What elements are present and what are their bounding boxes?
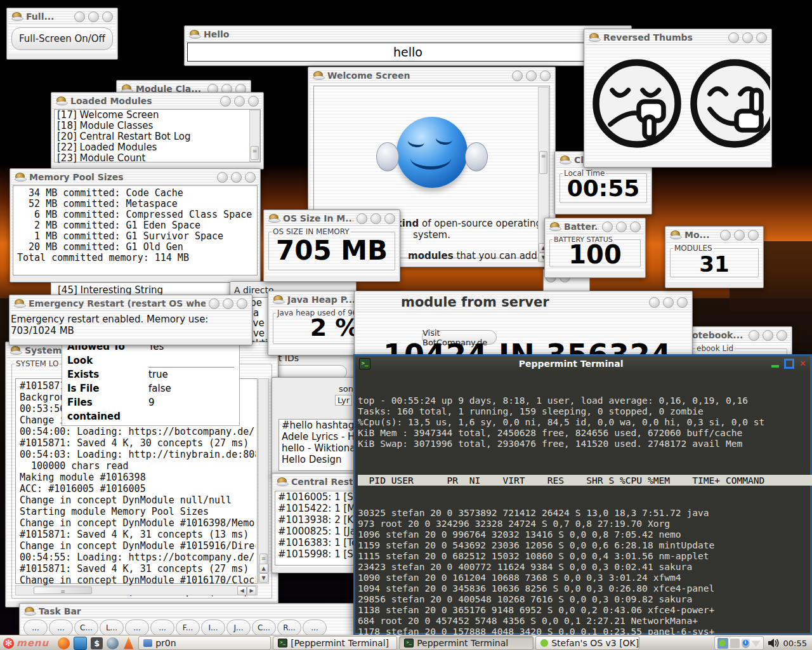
scrollbar-thumb[interactable] <box>34 587 92 594</box>
full-screen-toggle-button[interactable]: Full-Screen On/Off <box>11 27 113 50</box>
titlebar[interactable]: otebook... <box>689 328 790 343</box>
menu-label[interactable]: menu <box>16 637 49 649</box>
window-circle-button[interactable] <box>728 32 739 43</box>
window-circle-button[interactable] <box>237 298 247 309</box>
web-launcher-icon[interactable] <box>107 637 119 649</box>
terminal-launcher-icon[interactable]: $ <box>91 637 103 649</box>
task-bar-window-button[interactable]: C... <box>74 620 98 636</box>
central-restart-item[interactable]: #1000825: 1 [Jav <box>275 526 355 537</box>
window-circle-button[interactable] <box>663 297 674 308</box>
window-circle-button[interactable] <box>616 222 627 232</box>
menu-icon[interactable]: ✻ <box>3 638 14 649</box>
loaded-module-item[interactable]: [22] Loaded Modules <box>55 142 260 153</box>
task-button-terminal-minimized[interactable]: >_ [Peppermint Terminal] <box>273 636 397 650</box>
window-circle-button[interactable] <box>248 96 259 107</box>
task-button-terminal-active[interactable]: >_ Peppermint Terminal <box>399 636 534 650</box>
search-result-item[interactable]: Adele Lyrics - He <box>279 431 357 442</box>
window-circle-button[interactable] <box>720 230 731 241</box>
taskbar-clock[interactable]: 00:55 <box>783 639 807 648</box>
window-circle-button[interactable] <box>602 222 613 232</box>
window-circle-button[interactable] <box>677 297 688 308</box>
window-circle-button[interactable] <box>748 230 759 241</box>
titlebar[interactable]: Memory Pool Sizes <box>11 170 259 185</box>
window-circle-button[interactable] <box>220 96 231 107</box>
central-restart-item[interactable]: #1015422: 1 [Mov <box>275 503 355 514</box>
task-bar-window-button[interactable]: ... <box>303 620 327 636</box>
loaded-module-item[interactable]: [23] Module Count <box>55 153 260 163</box>
terminal-titlebar[interactable]: >_ Peppermint Terminal ✕ <box>355 356 810 371</box>
vlc-cone-launcher-icon[interactable] <box>122 637 134 649</box>
terminal-content[interactable]: top - 00:55:24 up 9 days, 8:18, 1 user, … <box>355 371 810 650</box>
window-circle-button[interactable] <box>512 70 523 81</box>
search-result-item[interactable]: hello - Wiktionar <box>279 442 357 454</box>
task-bar-window-button[interactable]: ... <box>23 620 48 636</box>
loaded-module-item[interactable]: [17] Welcome Screen <box>55 110 260 121</box>
titlebar[interactable]: Task Bar <box>21 605 355 618</box>
browser-launcher-icon[interactable] <box>58 637 70 649</box>
task-button-stefans-os[interactable]: Stefan's OS v3 [OK] <box>535 636 639 650</box>
task-bar-window-button[interactable]: ... <box>49 620 73 636</box>
close-button[interactable]: ✕ <box>799 359 806 369</box>
titlebar[interactable]: Loaded Modules <box>53 94 262 109</box>
central-restart-item[interactable]: #1016005: 1 [Ste <box>275 491 355 503</box>
window-circle-button[interactable] <box>245 172 256 183</box>
task-bar-window-button[interactable]: ... <box>125 620 149 636</box>
titlebar[interactable]: Hello <box>186 27 630 42</box>
window-circle-button[interactable] <box>74 11 85 22</box>
tray-app-icon[interactable] <box>730 639 740 648</box>
window-circle-button[interactable] <box>88 11 99 22</box>
window-circle-button[interactable] <box>102 11 113 22</box>
tray-shield-icon[interactable]: i <box>742 639 750 648</box>
window-circle-button[interactable] <box>217 172 228 183</box>
titlebar[interactable]: Emergency Restart (restart OS whe... <box>11 296 251 311</box>
search-result-item[interactable]: Hello Design <box>279 454 357 465</box>
window-circle-button[interactable] <box>209 298 219 309</box>
window-circle-button[interactable] <box>231 172 242 183</box>
task-bar-window-button[interactable]: F... <box>176 620 200 636</box>
window-circle-button[interactable] <box>384 213 395 224</box>
scrollbar-vertical[interactable] <box>249 110 260 162</box>
window-circle-button[interactable] <box>776 330 787 341</box>
titlebar[interactable]: Reversed Thumbs <box>586 30 770 45</box>
loaded-module-item[interactable]: [20] Central Restart Bot Log <box>55 131 260 142</box>
scrollbar-thumb[interactable] <box>539 151 547 174</box>
task-bar-window-button[interactable]: C... <box>252 620 276 636</box>
window-circle-button[interactable] <box>649 297 660 308</box>
task-bar-window-button[interactable]: I... <box>201 620 225 636</box>
task-bar-window-button[interactable]: R... <box>277 620 301 636</box>
window-circle-button[interactable] <box>223 298 233 309</box>
window-circle-button[interactable] <box>630 222 641 232</box>
window-circle-button[interactable] <box>734 230 745 241</box>
window-circle-button[interactable] <box>526 70 537 81</box>
minimize-button[interactable] <box>771 365 779 368</box>
central-restart-item[interactable]: #1016383: 1 [Tes <box>275 537 355 548</box>
scrollbar-thumb[interactable] <box>251 146 259 160</box>
volume-icon[interactable] <box>768 638 780 648</box>
system-tray[interactable]: i <box>714 636 764 650</box>
loaded-module-item[interactable]: [18] Module Classes <box>55 121 260 131</box>
titlebar[interactable]: Batter... <box>546 220 644 234</box>
titlebar[interactable]: module from server <box>356 293 691 312</box>
titlebar[interactable]: OS Size In M... <box>265 211 398 226</box>
central-restart-item[interactable]: #1013938: 2 [Kat <box>275 514 355 526</box>
scrollbar-vertical[interactable]: ▲▼ <box>258 378 269 584</box>
tray-network-icon[interactable] <box>717 638 728 649</box>
window-circle-button[interactable] <box>742 32 753 43</box>
tray-wifi-icon[interactable] <box>752 639 761 647</box>
window-circle-button[interactable] <box>756 32 767 43</box>
titlebar[interactable]: Central Rest <box>273 475 356 489</box>
titlebar[interactable]: Welcome Screen <box>310 69 554 83</box>
task-button-pr0n[interactable]: pr0n <box>138 636 271 650</box>
window-circle-button[interactable] <box>763 330 773 341</box>
central-restart-item[interactable]: #1015998: 1 [Ste <box>275 548 355 560</box>
task-bar-window-button[interactable]: ... <box>150 620 174 636</box>
titlebar[interactable]: Full... <box>8 10 116 24</box>
task-bar-window-button[interactable]: L... <box>100 620 124 636</box>
window-circle-button[interactable] <box>540 70 551 81</box>
file-manager-launcher-icon[interactable] <box>74 637 87 650</box>
scrollbar-horizontal[interactable]: ◀▶ <box>15 585 258 595</box>
window-circle-button[interactable] <box>234 96 245 107</box>
task-bar-window-button[interactable]: J... <box>226 620 251 636</box>
maximize-button[interactable] <box>784 359 794 369</box>
window-circle-button[interactable] <box>357 213 367 224</box>
